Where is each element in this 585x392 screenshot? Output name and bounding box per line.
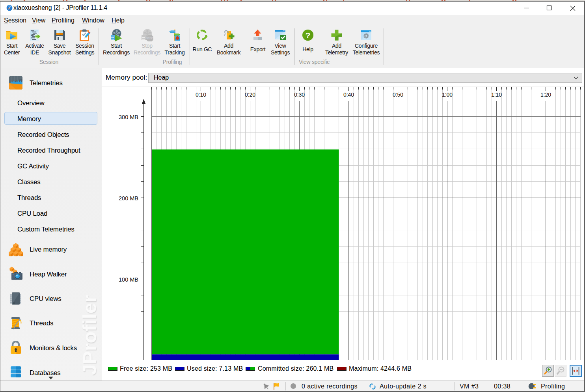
svg-text:STOP: STOP xyxy=(146,37,153,39)
svg-text:?: ? xyxy=(306,31,311,40)
